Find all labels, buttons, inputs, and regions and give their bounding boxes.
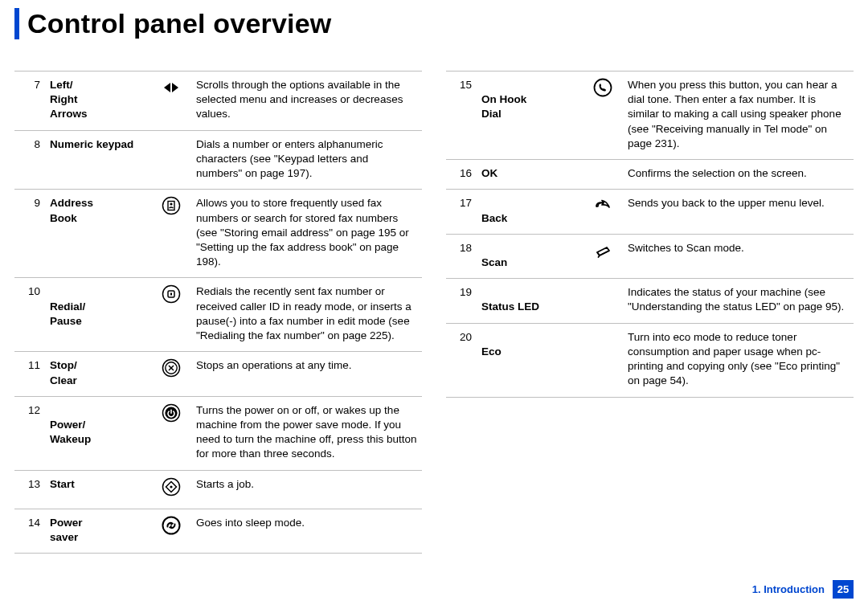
table-row: 8Numeric keypadDials a number or enters … [14,130,422,190]
right-column: 15 On HookDialWhen you press this button… [446,71,854,557]
table-row: 19 Status LEDIndicates the status of you… [446,279,854,323]
row-number: 17 [446,190,477,234]
row-number: 7 [14,72,45,131]
table-row: 9AddressBookAllows you to store frequent… [14,190,422,278]
row-name: Status LED [477,279,583,323]
row-name: OK [477,160,583,190]
row-icon-cell [583,323,623,397]
row-description: Redials the recently sent fax number or … [191,278,422,352]
row-name: Back [477,190,583,234]
table-row: 14PowersaverGoes into sleep mode. [14,509,422,553]
stop-clear-icon [162,358,181,378]
row-description: Stops an operations at any time. [191,352,422,396]
left-right-arrows-icon [162,78,181,97]
row-icon-cell [151,470,191,509]
row-name: Redial/Pause [45,278,151,352]
row-description: Allows you to store frequently used fax … [191,190,422,278]
row-icon-cell [583,279,623,323]
row-number: 20 [446,323,477,397]
power-wakeup-icon [162,403,181,423]
row-number: 15 [446,72,477,160]
right-table: 15 On HookDialWhen you press this button… [446,71,854,398]
row-description: Scrolls through the options available in… [191,72,422,131]
row-icon-cell [151,72,191,131]
page-footer: 1. Introduction 25 [744,580,854,599]
table-row: 13StartStarts a job. [14,470,422,509]
address-book-icon [162,196,181,215]
row-name: Numeric keypad [45,130,191,190]
manual-page: Control panel overview 7Left/RightArrows… [0,0,868,613]
row-description: Sends you back to the upper menu level. [623,190,854,234]
table-row: 20 EcoTurn into eco mode to reduce toner… [446,323,854,397]
page-title: Control panel overview [27,8,854,39]
left-table: 7Left/RightArrowsScrolls through the opt… [14,71,422,554]
scan-icon [593,241,612,260]
row-number: 9 [14,190,45,278]
row-number: 13 [14,470,45,509]
footer-chapter: 1. Introduction [744,580,833,599]
row-icon-cell [583,234,623,278]
row-name: Powersaver [45,509,151,553]
row-description: Goes into sleep mode. [191,509,422,553]
footer-page-number: 25 [833,580,854,599]
row-description: Dials a number or enters alphanumeric ch… [191,130,422,190]
row-number: 8 [14,130,45,190]
table-row: 18 ScanSwitches to Scan mode. [446,234,854,278]
row-icon-cell [151,396,191,470]
table-row: 15 On HookDialWhen you press this button… [446,72,854,160]
row-name: Eco [477,323,583,397]
row-name: Stop/Clear [45,352,151,396]
row-name: Scan [477,234,583,278]
row-description: Turn into eco mode to reduce toner consu… [623,323,854,397]
table-row: 16OKConfirms the selection on the screen… [446,160,854,190]
row-description: When you press this button, you can hear… [623,72,854,160]
row-icon-cell [151,190,191,278]
row-number: 10 [14,278,45,352]
row-name: Left/RightArrows [45,72,151,131]
row-number: 18 [446,234,477,278]
row-icon-cell [583,160,623,190]
table-row: 7Left/RightArrowsScrolls through the opt… [14,72,422,131]
on-hook-dial-icon [593,78,612,97]
row-icon-cell [151,352,191,396]
row-description: Starts a job. [191,470,422,509]
table-row: 10 Redial/PauseRedials the recently sent… [14,278,422,352]
left-column: 7Left/RightArrowsScrolls through the opt… [14,71,422,557]
start-icon [162,477,181,497]
row-number: 19 [446,279,477,323]
power-saver-icon [162,516,181,535]
row-icon-cell [151,509,191,553]
row-icon-cell [583,72,623,160]
page-title-wrap: Control panel overview [14,8,854,39]
row-name: AddressBook [45,190,151,278]
redial-pause-icon [162,284,181,304]
row-name: Start [45,470,151,509]
row-name: On HookDial [477,72,583,160]
content-columns: 7Left/RightArrowsScrolls through the opt… [14,71,854,557]
back-icon [593,196,612,215]
table-row: 17 BackSends you back to the upper menu … [446,190,854,234]
row-number: 12 [14,396,45,470]
row-description: Turns the power on or off, or wakes up t… [191,396,422,470]
row-description: Switches to Scan mode. [623,234,854,278]
row-description: Confirms the selection on the screen. [623,160,854,190]
table-row: 11Stop/ClearStops an operations at any t… [14,352,422,396]
row-name: Power/Wakeup [45,396,151,470]
table-row: 12 Power/WakeupTurns the power on or off… [14,396,422,470]
row-icon-cell [583,190,623,234]
row-number: 11 [14,352,45,396]
row-icon-cell [151,278,191,352]
row-number: 16 [446,160,477,190]
row-description: Indicates the status of your machine (se… [623,279,854,323]
row-number: 14 [14,509,45,553]
